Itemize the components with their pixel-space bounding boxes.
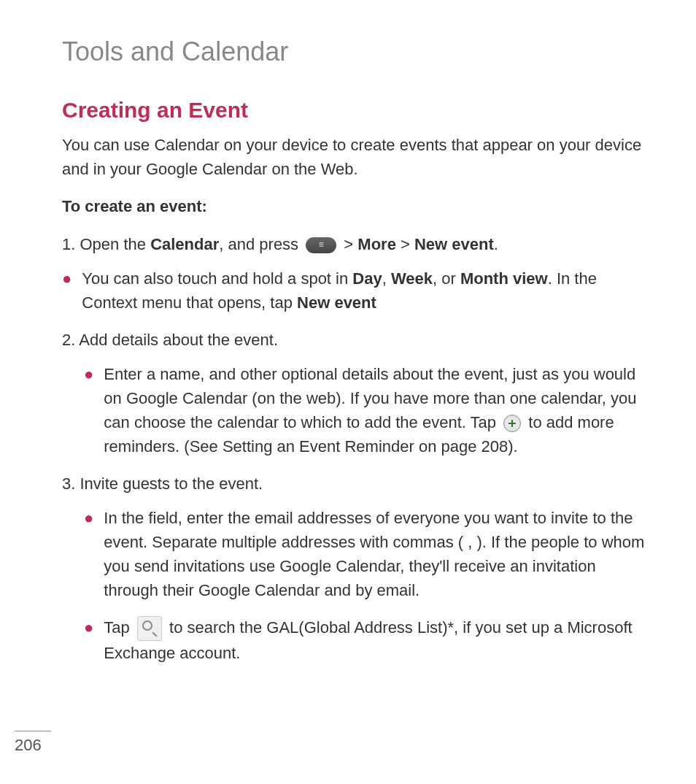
day-bold: Day bbox=[352, 269, 382, 288]
bullet-dot: ● bbox=[62, 266, 71, 315]
sep: , bbox=[382, 269, 391, 288]
contacts-search-icon bbox=[137, 616, 162, 641]
step-text: , and press bbox=[219, 235, 303, 253]
plus-icon bbox=[503, 415, 521, 432]
bullet-dot: ● bbox=[84, 506, 93, 602]
sep: , or bbox=[433, 269, 460, 288]
bullet-dot: ● bbox=[84, 615, 93, 665]
step-end: . bbox=[494, 235, 498, 253]
intro-paragraph: You can use Calendar on your device to c… bbox=[62, 133, 652, 181]
bullet-content: In the field, enter the email addresses … bbox=[104, 506, 652, 602]
month-bold: Month view bbox=[460, 269, 548, 288]
section-title: Creating an Event bbox=[62, 98, 652, 123]
bullet-content: Tap to search the GAL(Global Address Lis… bbox=[104, 615, 652, 665]
step-text: Open the bbox=[80, 235, 150, 253]
separator: > bbox=[396, 235, 414, 253]
step-2: 2. Add details about the event. bbox=[62, 328, 652, 352]
page-number: 206 bbox=[15, 731, 51, 755]
bullet-invite: ● In the field, enter the email addresse… bbox=[84, 506, 652, 602]
bullet-content: You can also touch and hold a spot in Da… bbox=[82, 266, 652, 315]
step-number: 1. bbox=[62, 235, 75, 253]
bullet-gal: ● Tap to search the GAL(Global Address L… bbox=[84, 615, 652, 665]
calendar-bold: Calendar bbox=[150, 235, 219, 253]
menu-button-icon bbox=[306, 237, 336, 253]
week-bold: Week bbox=[391, 269, 433, 288]
bullet-dot: ● bbox=[84, 362, 93, 458]
new-event-bold: New event bbox=[297, 293, 376, 312]
separator: > bbox=[344, 235, 357, 253]
text: You can also touch and hold a spot in bbox=[82, 269, 352, 288]
more-bold: More bbox=[357, 235, 396, 253]
sub-heading: To create an event: bbox=[62, 197, 652, 216]
step-3: 3. Invite guests to the event. bbox=[62, 472, 652, 496]
text: Tap bbox=[104, 618, 134, 637]
step-1: 1. Open the Calendar, and press > More >… bbox=[62, 232, 652, 256]
new-event-bold: New event bbox=[414, 235, 494, 253]
bullet-content: Enter a name, and other optional details… bbox=[104, 362, 652, 458]
bullet-alt-create: ● You can also touch and hold a spot in … bbox=[62, 266, 652, 315]
bullet-details: ● Enter a name, and other optional detai… bbox=[84, 362, 652, 458]
text: to search the GAL(Global Address List)*,… bbox=[104, 618, 632, 662]
chapter-title: Tools and Calendar bbox=[62, 36, 652, 67]
